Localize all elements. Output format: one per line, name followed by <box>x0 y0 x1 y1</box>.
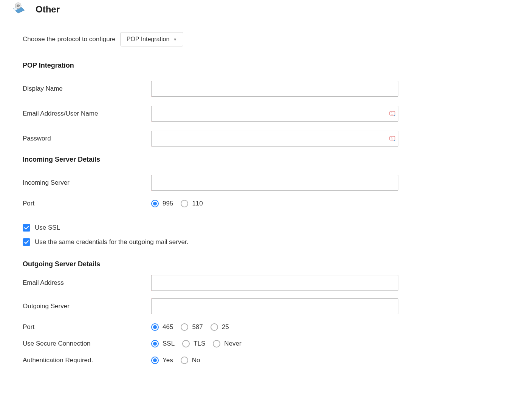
row-secure-conn: Use Secure Connection SSL TLS Never <box>23 340 398 347</box>
radio-incoming-port-995[interactable]: 995 <box>151 200 173 207</box>
input-outgoing-server[interactable] <box>151 298 398 314</box>
input-email-user[interactable] <box>151 106 398 122</box>
checkbox-use-ssl[interactable]: Use SSL <box>23 224 398 232</box>
label-email-user: Email Address/User Name <box>23 110 151 117</box>
row-out-email: Email Address <box>23 275 398 291</box>
check-icon <box>23 238 30 246</box>
input-out-email[interactable] <box>151 275 398 291</box>
form-content: Choose the protocol to configure POP Int… <box>11 32 398 364</box>
radio-group-incoming-port: 995 110 <box>151 200 203 207</box>
input-incoming-server[interactable] <box>151 175 398 191</box>
row-outgoing-port: Port 465 587 25 <box>23 323 398 331</box>
radio-outgoing-port-465[interactable]: 465 <box>151 323 173 331</box>
label-incoming-port: Port <box>23 200 151 207</box>
autofill-key-icon[interactable] <box>389 110 396 117</box>
autofill-key-icon[interactable] <box>389 135 396 142</box>
radio-group-secure-conn: SSL TLS Never <box>151 340 242 347</box>
page-header: @ Other <box>11 2 511 17</box>
label-same-creds: Use the same credentials for the outgoin… <box>35 238 188 246</box>
radio-group-auth-required: Yes No <box>151 357 200 364</box>
radio-secure-never[interactable]: Never <box>213 340 241 347</box>
radio-outgoing-port-25[interactable]: 25 <box>211 323 229 331</box>
label-secure-conn: Use Secure Connection <box>23 340 151 347</box>
row-incoming-port: Port 995 110 <box>23 200 398 207</box>
row-display-name: Display Name <box>23 81 398 97</box>
radio-secure-ssl[interactable]: SSL <box>151 340 175 347</box>
protocol-row: Choose the protocol to configure POP Int… <box>23 32 398 46</box>
protocol-selected: POP Integration <box>127 36 170 43</box>
label-password: Password <box>23 135 151 142</box>
row-password: Password <box>23 131 398 147</box>
label-outgoing-port: Port <box>23 323 151 331</box>
section-pop-integration: POP Integration <box>23 62 398 69</box>
protocol-label: Choose the protocol to configure <box>23 36 116 43</box>
svg-rect-4 <box>390 111 395 115</box>
input-password[interactable] <box>151 131 398 147</box>
radio-auth-no[interactable]: No <box>181 357 200 364</box>
svg-text:@: @ <box>17 4 20 8</box>
radio-secure-tls[interactable]: TLS <box>182 340 205 347</box>
check-icon <box>23 224 30 232</box>
section-outgoing: Outgoing Server Details <box>23 260 398 268</box>
radio-outgoing-port-587[interactable]: 587 <box>181 323 203 331</box>
row-email-user: Email Address/User Name <box>23 106 398 122</box>
row-auth-required: Authentication Required. Yes No <box>23 357 398 364</box>
label-use-ssl: Use SSL <box>35 224 60 232</box>
label-incoming-server: Incoming Server <box>23 179 151 187</box>
page-title: Other <box>36 4 60 15</box>
label-auth-required: Authentication Required. <box>23 357 151 364</box>
svg-rect-5 <box>390 136 395 140</box>
chevron-down-icon: ▼ <box>173 37 177 42</box>
mail-icon: @ <box>11 2 26 17</box>
radio-incoming-port-110[interactable]: 110 <box>181 200 203 207</box>
label-display-name: Display Name <box>23 85 151 93</box>
radio-group-outgoing-port: 465 587 25 <box>151 323 229 331</box>
radio-auth-yes[interactable]: Yes <box>151 357 173 364</box>
protocol-dropdown[interactable]: POP Integration ▼ <box>120 32 183 46</box>
input-display-name[interactable] <box>151 81 398 97</box>
row-incoming-server: Incoming Server <box>23 175 398 191</box>
section-incoming: Incoming Server Details <box>23 156 398 164</box>
label-out-email: Email Address <box>23 279 151 287</box>
row-outgoing-server: Outgoing Server <box>23 298 398 314</box>
label-outgoing-server: Outgoing Server <box>23 303 151 310</box>
checkbox-same-creds[interactable]: Use the same credentials for the outgoin… <box>23 238 398 246</box>
